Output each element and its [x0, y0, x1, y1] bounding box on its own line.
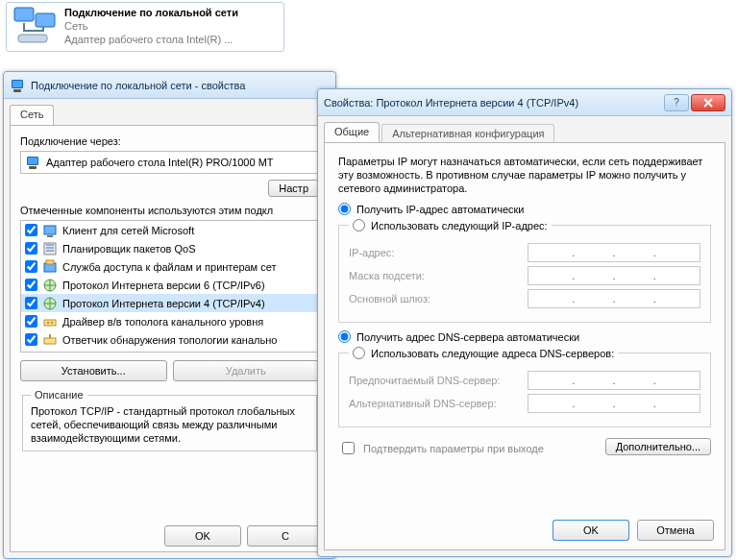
- component-checkbox[interactable]: [25, 260, 37, 273]
- radio-manual-dns[interactable]: [353, 347, 365, 359]
- ip-address-label: IP-адрес:: [349, 247, 518, 258]
- close-button[interactable]: [691, 94, 725, 111]
- component-label: Драйвер в/в тополога канального уровня: [62, 316, 263, 328]
- component-label: Служба доступа к файлам и принтерам сет: [62, 261, 277, 273]
- cancel-button[interactable]: Отмена: [637, 520, 714, 541]
- uninstall-button[interactable]: Удалить: [173, 360, 320, 381]
- svg-rect-2: [18, 35, 47, 42]
- svg-rect-3: [44, 226, 56, 234]
- qos-icon: [42, 241, 58, 256]
- component-checkbox[interactable]: [25, 297, 37, 309]
- radio-auto-dns[interactable]: [338, 330, 351, 343]
- window-title: Подключение по локальной сети - свойства: [31, 80, 330, 91]
- subnet-mask-label: Маска подсети:: [349, 270, 518, 281]
- explain-text: Параметры IP могут назначаться автоматич…: [338, 155, 711, 195]
- responder-icon: [42, 332, 58, 348]
- svg-rect-4: [47, 235, 53, 237]
- confirm-on-exit-label: Подтвердить параметры при выходе: [363, 443, 544, 454]
- adapter-icon: [25, 155, 40, 170]
- connection-info-panel: Подключение по локальной сети Сеть Адапт…: [6, 2, 284, 52]
- radio-manual-dns-label: Использовать следующие адреса DNS-сервер…: [371, 348, 614, 359]
- svg-point-11: [47, 321, 49, 323]
- network-connection-icon: [12, 6, 59, 48]
- close-icon: [703, 98, 713, 108]
- list-item[interactable]: Клиент для сетей Microsoft: [21, 221, 318, 239]
- client-icon: [42, 223, 58, 238]
- advanced-button[interactable]: Дополнительно...: [605, 438, 711, 455]
- svg-rect-10: [44, 320, 56, 326]
- adapter-field: Адаптер рабочего стола Intel(R) PRO/1000…: [20, 151, 319, 174]
- ipv4-icon: [42, 296, 58, 311]
- cancel-button[interactable]: С: [247, 525, 324, 547]
- adapter-name: Адаптер рабочего стола Intel(R) PRO/1000…: [46, 157, 274, 168]
- window-title: Свойства: Протокол Интернета версии 4 (T…: [324, 97, 658, 109]
- svg-point-12: [51, 321, 53, 323]
- list-item[interactable]: Протокол Интернета версии 4 (TCP/IPv4): [21, 294, 318, 312]
- connection-adapter: Адаптер рабочего стола Intel(R) ...: [64, 33, 238, 46]
- driver-icon: [42, 314, 58, 329]
- radio-manual-ip[interactable]: [353, 219, 365, 231]
- component-label: Планировщик пакетов QoS: [62, 243, 196, 255]
- connection-properties-window: Подключение по локальной сети - свойства…: [3, 71, 336, 559]
- radio-auto-dns-label: Получить адрес DNS-сервера автоматически: [356, 331, 579, 343]
- ok-button[interactable]: OK: [164, 525, 241, 547]
- connection-network: Сеть: [64, 19, 238, 33]
- tab-network[interactable]: Сеть: [10, 105, 54, 126]
- preferred-dns-label: Предпочитаемый DNS-сервер:: [349, 375, 518, 386]
- component-checkbox[interactable]: [25, 242, 37, 255]
- radio-auto-ip-label: Получить IP-адрес автоматически: [356, 204, 524, 215]
- help-button[interactable]: ?: [664, 94, 689, 111]
- alternate-dns-label: Альтернативный DNS-сервер:: [349, 398, 518, 409]
- install-button[interactable]: Установить...: [20, 360, 167, 381]
- components-label: Отмеченные компоненты используются этим …: [20, 205, 319, 216]
- list-item[interactable]: Протокол Интернета версии 6 (TCP/IPv6): [21, 276, 318, 294]
- svg-rect-0: [14, 8, 34, 21]
- svg-rect-1: [36, 13, 55, 27]
- subnet-mask-input[interactable]: ...: [528, 266, 700, 285]
- manual-ip-group: Использовать следующий IP-адрес: IP-адре…: [338, 219, 711, 323]
- component-label: Протокол Интернета версии 6 (TCP/IPv6): [62, 280, 265, 291]
- file-share-icon: [42, 259, 58, 275]
- gateway-input[interactable]: ...: [528, 289, 700, 308]
- component-label: Клиент для сетей Microsoft: [62, 225, 194, 236]
- radio-manual-ip-label: Использовать следующий IP-адрес:: [371, 220, 548, 231]
- component-checkbox[interactable]: [25, 315, 37, 328]
- connection-title: Подключение по локальной сети: [64, 6, 238, 19]
- window-icon: [10, 78, 25, 93]
- ipv6-icon: [42, 278, 58, 293]
- list-item[interactable]: Планировщик пакетов QoS: [21, 239, 318, 257]
- list-item[interactable]: Служба доступа к файлам и принтерам сет: [21, 257, 318, 276]
- list-item[interactable]: Ответчик обнаружения топологии канально: [21, 330, 318, 349]
- radio-auto-ip[interactable]: [338, 203, 351, 215]
- svg-rect-13: [44, 338, 56, 344]
- preferred-dns-input[interactable]: ...: [528, 371, 700, 390]
- component-label: Протокол Интернета версии 4 (TCP/IPv4): [62, 298, 265, 309]
- ipv4-properties-window: Свойства: Протокол Интернета версии 4 (T…: [317, 88, 732, 557]
- titlebar[interactable]: Свойства: Протокол Интернета версии 4 (T…: [318, 89, 731, 116]
- connect-via-label: Подключение через:: [20, 135, 319, 147]
- titlebar[interactable]: Подключение по локальной сети - свойства: [4, 72, 335, 99]
- list-item[interactable]: Драйвер в/в тополога канального уровня: [21, 312, 318, 330]
- component-label: Ответчик обнаружения топологии канально: [62, 334, 277, 346]
- description-text: Протокол TCP/IP - стандартный протокол г…: [31, 404, 308, 445]
- confirm-on-exit-checkbox[interactable]: [342, 442, 355, 454]
- gateway-label: Основной шлюз:: [349, 293, 518, 304]
- configure-button[interactable]: Настр: [268, 180, 319, 197]
- svg-rect-7: [46, 260, 54, 264]
- description-legend: Описание: [31, 389, 87, 401]
- description-group: Описание Протокол TCP/IP - стандартный п…: [22, 389, 317, 451]
- ip-address-input[interactable]: ...: [528, 243, 700, 262]
- components-list[interactable]: Клиент для сетей Microsoft Планировщик п…: [20, 220, 319, 353]
- component-checkbox[interactable]: [25, 333, 37, 346]
- tab-general[interactable]: Общие: [324, 122, 380, 143]
- component-checkbox[interactable]: [25, 224, 37, 236]
- manual-dns-group: Использовать следующие адреса DNS-сервер…: [338, 347, 711, 427]
- ok-button[interactable]: OK: [553, 520, 629, 541]
- alternate-dns-input[interactable]: ...: [528, 394, 700, 413]
- component-checkbox[interactable]: [25, 279, 37, 291]
